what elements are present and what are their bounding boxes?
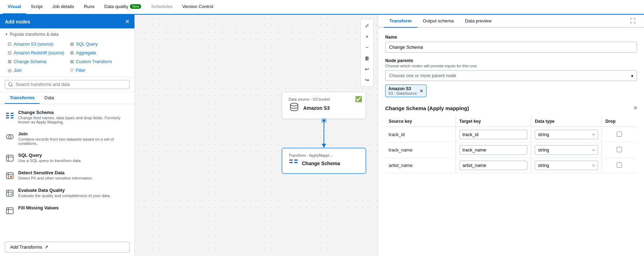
transform-item-sql-query[interactable]: SQL Query Use a SQL query to transform d… <box>0 149 134 167</box>
drop-cell-0 <box>602 127 637 142</box>
svg-rect-27 <box>294 162 297 163</box>
search-input[interactable] <box>5 80 130 89</box>
right-tab-output-schema[interactable]: Output schema <box>417 15 459 28</box>
zoom-out-button[interactable]: − <box>362 42 372 52</box>
nav-tab-job-details[interactable]: Job details <box>47 0 79 14</box>
parent-select-wrap: Choose one or more parent node ▾ <box>385 70 637 81</box>
popular-item-sql-query[interactable]: ⊞SQL Query <box>67 40 130 48</box>
zoom-in-button[interactable]: + <box>362 32 372 41</box>
popular-label-sql-query: SQL Query <box>76 42 98 47</box>
undo-button[interactable]: ↩ <box>362 64 372 74</box>
schema-settings-icon[interactable]: ≡ <box>634 105 637 111</box>
nav-tab-runs[interactable]: Runs <box>79 0 99 14</box>
type-select-0[interactable]: stringintdoublebooleandatetimestamplongf… <box>535 130 598 139</box>
source-key-cell-1: track_name <box>385 142 456 158</box>
target-key-input-1[interactable] <box>459 145 528 155</box>
svg-rect-1 <box>6 115 9 116</box>
transform-icon-evaluate-quality <box>5 188 15 198</box>
transform-item-change-schema[interactable]: Change Schema Change field names, data t… <box>0 106 134 128</box>
popular-item-custom-transform[interactable]: ⊞Custom Transform <box>67 57 130 66</box>
name-input[interactable] <box>385 42 637 53</box>
transform-icon-fill-missing <box>5 206 15 216</box>
svg-point-14 <box>10 176 12 178</box>
transform-item-fill-missing[interactable]: Fill Missing Values <box>0 202 134 219</box>
popular-icon-sql-query: ⊞ <box>70 41 74 47</box>
svg-rect-3 <box>11 113 14 114</box>
popular-item-amazon-s3[interactable]: ⊡Amazon S3 (source) <box>5 40 67 48</box>
popular-label-change-schema: Change Schema <box>14 59 46 64</box>
parent-tag-close-button[interactable]: ✕ <box>420 88 423 94</box>
target-key-input-2[interactable] <box>459 161 528 170</box>
popular-item-amazon-redshift[interactable]: ⊡Amazon Redshift (source) <box>5 48 67 57</box>
type-select-2[interactable]: stringintdoublebooleandatetimestamplongf… <box>535 161 598 170</box>
canvas-area: ⤢ + − 🗑 ↩ ↪ Data source - S3 bucket Amaz… <box>135 15 378 256</box>
popular-icon-amazon-s3: ⊡ <box>8 41 12 47</box>
drop-checkbox-0[interactable] <box>617 132 622 137</box>
col-type-header: Data type <box>531 116 601 127</box>
svg-rect-0 <box>6 113 9 114</box>
add-transforms-button[interactable]: Add Transforms ↗ <box>5 242 130 252</box>
delete-button[interactable]: 🗑 <box>362 53 372 63</box>
target-key-input-0[interactable] <box>459 130 528 139</box>
parent-select[interactable]: Choose one or more parent node <box>385 70 637 81</box>
popular-item-change-schema[interactable]: ⊞Change Schema <box>5 57 67 66</box>
schema-row-0: track_id stringintdoublebooleandatetimes… <box>385 127 637 142</box>
node-parents-label: Node parents <box>385 58 637 63</box>
type-select-1[interactable]: stringintdoublebooleandatetimestamplongf… <box>535 145 598 155</box>
popular-icon-change-schema: ⊞ <box>8 59 12 64</box>
transform-desc-change-schema: Change field names, data types and drop … <box>18 116 130 124</box>
transform-desc-detect-sensitive: Detect PII and other sensitive informati… <box>18 176 93 180</box>
right-tab-transform[interactable]: Transform <box>384 15 417 28</box>
redo-button[interactable]: ↪ <box>362 75 372 85</box>
transform-info-detect-sensitive: Detect Sensitive Data Detect PII and oth… <box>18 170 93 180</box>
col-target-header: Target key <box>456 116 531 127</box>
drop-checkbox-2[interactable] <box>617 162 622 168</box>
nav-tab-script[interactable]: Script <box>26 0 47 14</box>
target-key-cell-2 <box>456 158 531 173</box>
transform-item-join[interactable]: Join Combine records from two datasets b… <box>0 128 134 149</box>
nav-tab-schedules[interactable]: Schedules <box>146 0 177 14</box>
name-field-label: Name <box>385 35 637 40</box>
left-panel: Add nodes ✕ Popular transforms & data ⊡A… <box>0 15 135 256</box>
right-panel-tabs: TransformOutput schemaData preview ⛶ <box>378 15 644 28</box>
svg-rect-25 <box>289 162 292 163</box>
transform-item-detect-sensitive[interactable]: Detect Sensitive Data Detect PII and oth… <box>0 167 134 184</box>
right-tab-data-preview[interactable]: Data preview <box>459 15 497 28</box>
popular-label-custom-transform: Custom Transform <box>76 59 112 64</box>
drop-checkbox-1[interactable] <box>617 147 622 152</box>
nav-tab-version-control[interactable]: Version Control <box>177 0 218 14</box>
popular-label-filter: Filter <box>76 68 85 73</box>
node-name-schema-node: Change Schema <box>302 161 340 166</box>
nav-tab-visual[interactable]: Visual <box>3 0 26 14</box>
add-nodes-title: Add nodes <box>5 19 30 25</box>
canvas-node-s3-node[interactable]: Data source - S3 bucket Amazon S3 ✅ <box>282 92 366 119</box>
svg-point-23 <box>290 103 298 106</box>
transform-desc-join: Combine records from two datasets based … <box>18 137 130 146</box>
svg-rect-11 <box>6 173 13 178</box>
parent-tag-name: Amazon S3 <box>388 86 411 91</box>
schema-row-1: track_name stringintdoublebooleandatetim… <box>385 142 637 158</box>
left-tab-transforms[interactable]: Transforms <box>5 92 40 104</box>
expand-panel-button[interactable]: ⛶ <box>627 15 638 27</box>
add-nodes-close-button[interactable]: ✕ <box>125 18 130 25</box>
fit-view-button[interactable]: ⤢ <box>362 21 372 31</box>
svg-rect-24 <box>289 160 292 161</box>
transform-icon-join <box>5 132 15 142</box>
nav-tab-data-quality[interactable]: Data qualityNew <box>99 0 146 14</box>
canvas-node-schema-node[interactable]: Transform - ApplyMappi... Change Schema <box>282 148 366 174</box>
left-tab-data[interactable]: Data <box>40 92 59 104</box>
schema-tbody: track_id stringintdoublebooleandatetimes… <box>385 127 637 173</box>
popular-item-filter[interactable]: ▽Filter <box>67 66 130 75</box>
canvas-toolbar: ⤢ + − 🗑 ↩ ↪ <box>360 19 374 87</box>
transform-name-evaluate-quality: Evaluate Data Quality <box>18 188 111 193</box>
transform-item-evaluate-quality[interactable]: Evaluate Data Quality Evaluate the quali… <box>0 184 134 202</box>
right-panel: TransformOutput schemaData preview ⛶ Nam… <box>378 15 644 256</box>
transform-info-evaluate-quality: Evaluate Data Quality Evaluate the quali… <box>18 188 111 198</box>
connection-dot <box>322 119 326 123</box>
parent-tags-container: Amazon S3 S3 - DataSource ✕ <box>385 85 637 98</box>
top-nav: VisualScriptJob detailsRunsData qualityN… <box>0 0 644 14</box>
drop-cell-1 <box>602 142 637 158</box>
popular-item-aggregate[interactable]: ⊞Aggregate <box>67 48 130 57</box>
add-transforms-label: Add Transforms <box>10 244 42 250</box>
popular-item-join[interactable]: ◎Join <box>5 66 67 75</box>
